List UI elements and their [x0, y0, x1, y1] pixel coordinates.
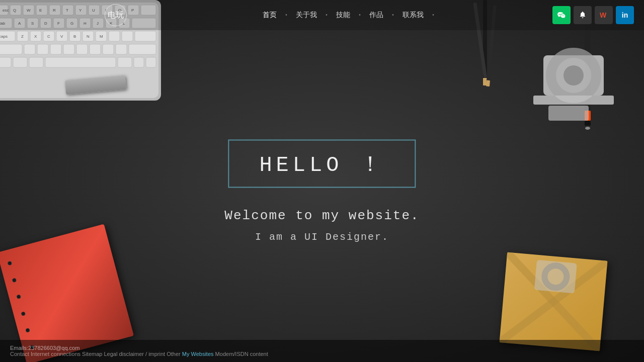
svg-rect-48: [29, 57, 43, 67]
svg-text:B: B: [73, 34, 76, 39]
svg-rect-49: [45, 57, 116, 67]
nav-links: 首页 • 关于我 • 技能 • 作品 • 联系我 •: [141, 11, 552, 20]
svg-rect-51: [134, 57, 144, 67]
hello-box: HELLO ！: [228, 140, 416, 188]
svg-rect-95: [548, 106, 589, 121]
svg-text:M: M: [100, 34, 103, 39]
svg-text:C: C: [47, 34, 50, 39]
svg-rect-39: [50, 44, 61, 54]
logo[interactable]: 电玩: [101, 0, 131, 30]
svg-rect-47: [13, 57, 27, 67]
nav-item-about[interactable]: 关于我: [290, 11, 323, 20]
svg-text:V: V: [60, 34, 63, 39]
nav-item-contact[interactable]: 联系我: [396, 11, 430, 20]
nav-separator-4: •: [391, 13, 394, 18]
nav-item-works[interactable]: 作品: [363, 11, 389, 20]
svg-rect-38: [37, 44, 48, 54]
svg-text:X: X: [34, 34, 37, 39]
svg-rect-42: [90, 44, 101, 54]
logo-circle: 电玩: [105, 4, 127, 26]
svg-rect-43: [103, 44, 114, 54]
svg-rect-41: [76, 44, 88, 54]
svg-rect-35: [135, 31, 156, 41]
svg-rect-94: [533, 96, 614, 105]
svg-rect-52: [146, 57, 156, 67]
svg-rect-44: [116, 44, 127, 54]
nav-separator-2: •: [325, 13, 328, 18]
tape-decoration: [503, 25, 644, 176]
svg-rect-50: [118, 57, 132, 67]
svg-text:N: N: [87, 34, 90, 39]
footer-links: Contact Internet connections Sitemap Leg…: [10, 351, 634, 357]
welcome-text: Welcome to my website.: [224, 208, 419, 223]
svg-text:W: W: [600, 11, 607, 19]
footer-email: Emails:237826603@qq.com: [10, 345, 634, 351]
svg-text:Z: Z: [21, 34, 24, 39]
svg-rect-37: [24, 44, 35, 54]
nav-separator-5: •: [432, 13, 435, 18]
nav-item-skills[interactable]: 技能: [330, 11, 356, 20]
footer: Emails:237826603@qq.com Contact Internet…: [0, 340, 644, 362]
nav-separator-1: •: [285, 13, 288, 18]
wechat-icon[interactable]: [552, 6, 571, 24]
package-decoration: [500, 252, 608, 351]
svg-rect-40: [63, 44, 74, 54]
svg-text:caps: caps: [0, 34, 8, 39]
svg-rect-85: [486, 80, 490, 86]
svg-rect-36: [0, 44, 22, 54]
linkedin-icon[interactable]: in: [616, 6, 634, 24]
svg-rect-46: [0, 57, 11, 67]
svg-rect-33: [109, 31, 120, 41]
navigation: 电玩 首页 • 关于我 • 技能 • 作品 • 联系我 •: [0, 0, 644, 30]
weibo-icon[interactable]: W: [595, 6, 613, 24]
hello-text: HELLO ！: [259, 150, 384, 178]
svg-rect-34: [122, 31, 133, 41]
nav-separator-3: •: [358, 13, 361, 18]
bell-icon[interactable]: [574, 6, 592, 24]
designer-text: I am a UI Designer.: [224, 231, 419, 243]
nav-item-home[interactable]: 首页: [257, 11, 283, 20]
hero-section: HELLO ！ Welcome to my website. I am a UI…: [224, 140, 419, 243]
svg-point-93: [564, 65, 584, 85]
my-websites-link[interactable]: My Websites: [182, 351, 214, 357]
svg-rect-45: [129, 44, 156, 54]
nav-social: W in: [552, 6, 634, 24]
